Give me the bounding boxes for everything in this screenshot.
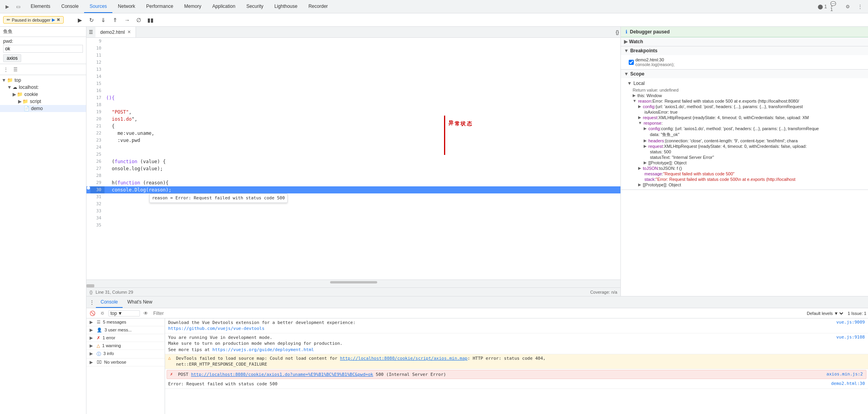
resume-button[interactable]: ▶ bbox=[75, 15, 85, 25]
close-tab-icon[interactable]: ✕ bbox=[127, 29, 131, 35]
file-tree-item-script[interactable]: ▶ 📁 script bbox=[0, 98, 86, 105]
pwd-input[interactable] bbox=[3, 45, 83, 53]
resume-icon[interactable]: ▶ bbox=[52, 17, 55, 22]
pause-on-exception-button[interactable]: ▮▮ bbox=[145, 15, 156, 25]
msg-group-warning[interactable]: ▶ △ 1 warning bbox=[86, 342, 165, 350]
tab-elements[interactable]: Elements bbox=[25, 0, 56, 13]
config-arrow[interactable]: ▶ bbox=[638, 104, 641, 109]
new-file-icon[interactable]: ☰ bbox=[11, 65, 20, 74]
file-tree-item-demo[interactable]: 📄 demo bbox=[0, 105, 86, 112]
response-arrow[interactable]: ▼ bbox=[638, 121, 642, 125]
more-icon[interactable]: ⋮ bbox=[855, 2, 865, 11]
filter-input[interactable] bbox=[152, 311, 804, 316]
toJSON-arrow[interactable]: ▶ bbox=[638, 166, 641, 170]
code-line-34: 34 bbox=[86, 215, 620, 222]
show-messages-icon[interactable]: ⛭ bbox=[98, 309, 107, 318]
resp-headers-arrow[interactable]: ▶ bbox=[644, 138, 647, 143]
levels-select[interactable]: Default levels ▼ bbox=[805, 311, 844, 316]
tab-sources[interactable]: Sources bbox=[84, 0, 112, 13]
axios-button[interactable]: axios bbox=[3, 54, 21, 62]
file-tree-item-top[interactable]: ▼ 📁 top bbox=[0, 77, 86, 84]
msg-group-error[interactable]: ▶ ✗ 1 error bbox=[86, 334, 165, 342]
scope-header[interactable]: ▼ Scope bbox=[621, 70, 868, 78]
deployment-link[interactable]: https://vuejs.org/guide/deployment.html bbox=[213, 347, 314, 352]
resp-config-arrow[interactable]: ▶ bbox=[644, 126, 647, 131]
top-dropdown-arrow[interactable]: ▼ bbox=[118, 311, 123, 316]
file-tree-item-localhost[interactable]: ▼ ☁ localhost: bbox=[0, 84, 86, 91]
proto2-arrow[interactable]: ▶ bbox=[638, 182, 641, 187]
step-into-button[interactable]: ⇓ bbox=[98, 15, 108, 25]
expand-warning[interactable]: ▶ bbox=[90, 343, 94, 348]
sidebar-toggle-icon[interactable]: ☰ bbox=[86, 29, 95, 35]
local-header[interactable]: ▼ Local bbox=[627, 80, 865, 87]
console-tab[interactable]: Console bbox=[96, 296, 123, 308]
log-1-source[interactable]: vue.js:9009 bbox=[836, 320, 865, 325]
msg-group-5[interactable]: ▶ ☰ 5 messages bbox=[86, 318, 165, 326]
tab-application[interactable]: Application bbox=[207, 0, 241, 13]
console-menu-icon[interactable]: ⋮ bbox=[88, 300, 96, 305]
error-msg-icon: ✗ bbox=[170, 372, 176, 377]
file-label-localhost: localhost: bbox=[19, 85, 39, 90]
settings-icon[interactable]: ⚙ bbox=[843, 2, 852, 11]
inspect-icon[interactable]: ▶ bbox=[2, 2, 12, 11]
proto1-arrow[interactable]: ▶ bbox=[644, 160, 647, 165]
tab-security[interactable]: Security bbox=[241, 0, 269, 13]
code-editor[interactable]: 9 10 11 12 13 14 15 16 17(){ 18 19 "POST… bbox=[86, 38, 620, 280]
whats-new-tab[interactable]: What's New bbox=[123, 296, 157, 308]
reason-arrow[interactable]: ▼ bbox=[633, 99, 637, 103]
resp-request-arrow[interactable]: ▶ bbox=[644, 144, 647, 148]
device-icon[interactable]: ▭ bbox=[13, 2, 23, 11]
log-error-source[interactable]: axios.min.js:2 bbox=[826, 372, 863, 377]
msg-group-info[interactable]: ▶ ⓘ 3 info bbox=[86, 350, 165, 359]
request-arrow[interactable]: ▶ bbox=[638, 115, 641, 120]
circle-icon[interactable]: ⬤ 1 bbox=[818, 2, 827, 11]
eye-icon[interactable]: 👁 bbox=[141, 309, 150, 318]
msg-group-user[interactable]: ▶ 👤 3 user mess... bbox=[86, 326, 165, 334]
toJSON-val: toJSON: f () bbox=[659, 166, 682, 171]
breakpoint-checkbox[interactable] bbox=[629, 60, 634, 65]
file-label: top bbox=[15, 77, 21, 83]
log-entry-error[interactable]: ✗ POST http://localhost:8080/cookie/axio… bbox=[167, 370, 866, 379]
step-button[interactable]: → bbox=[122, 15, 132, 25]
code-line-30: 30 console.Dlog(reason); reason = Error:… bbox=[86, 186, 620, 193]
file-tab-demo2[interactable]: demo2.html ✕ bbox=[95, 27, 136, 37]
log-last-source[interactable]: demo2.html:30 bbox=[831, 381, 865, 386]
tab-memory[interactable]: Memory bbox=[179, 0, 207, 13]
log-entry-warning[interactable]: △ DevTools failed to load source map: Co… bbox=[165, 354, 868, 369]
format-icon[interactable]: {} bbox=[616, 29, 619, 35]
tab-recorder[interactable]: Recorder bbox=[303, 0, 333, 13]
msg-group-verbose[interactable]: ▶ ⌧ No verbose bbox=[86, 359, 165, 366]
close-paused-icon[interactable]: ✖ bbox=[57, 17, 60, 22]
tab-lighthouse[interactable]: Lighthouse bbox=[269, 0, 303, 13]
expand-5[interactable]: ▶ bbox=[90, 320, 94, 325]
clear-console-icon[interactable]: 🚫 bbox=[88, 309, 97, 318]
step-over-button[interactable]: ↻ bbox=[86, 15, 97, 25]
expand-info[interactable]: ▶ bbox=[90, 351, 94, 356]
tab-performance[interactable]: Performance bbox=[141, 0, 179, 13]
step-out-button[interactable]: ⇑ bbox=[110, 15, 120, 25]
watch-header[interactable]: ▶ Watch bbox=[621, 37, 868, 46]
collapse-icon[interactable]: ⋮ bbox=[2, 65, 10, 74]
log-entry-1[interactable]: Download the Vue Devtools extension for … bbox=[165, 318, 868, 333]
horizontal-scrollbar[interactable] bbox=[86, 280, 620, 284]
breakpoints-header[interactable]: ▼ Breakpoints bbox=[621, 46, 868, 55]
this-arrow[interactable]: ▶ bbox=[633, 93, 636, 98]
post-link[interactable]: http://localhost:8080/cookie/axios1.do?u… bbox=[191, 372, 373, 377]
right-panel: ℹ Debugger paused ▶ Watch ▼ Breakpoints bbox=[620, 27, 868, 296]
log-2-source[interactable]: vue.js:9108 bbox=[836, 335, 865, 340]
file-tree-item-cookie[interactable]: ▶ 📁 cookie bbox=[0, 91, 86, 98]
format-btn-small[interactable]: {} bbox=[90, 290, 92, 294]
tab-console[interactable]: Console bbox=[56, 0, 84, 13]
msg-info-label: 3 info bbox=[103, 351, 114, 356]
sourcemap-link[interactable]: http://localhost:8080/cookie/script/axio… bbox=[340, 356, 468, 361]
expand-verbose[interactable]: ▶ bbox=[90, 360, 94, 365]
vue-devtools-link[interactable]: https://github.com/vuejs/vue-devtools bbox=[168, 326, 264, 331]
log-entry-2[interactable]: You are running Vue in development mode.… bbox=[165, 333, 868, 354]
expand-user[interactable]: ▶ bbox=[90, 328, 94, 333]
chat-icon[interactable]: 💬 1 bbox=[830, 2, 840, 11]
log-entry-last[interactable]: Error: Request failed with status code 5… bbox=[165, 380, 868, 388]
bottom-scrollbar-thumb[interactable] bbox=[86, 284, 94, 287]
tab-network[interactable]: Network bbox=[112, 0, 141, 13]
expand-error[interactable]: ▶ bbox=[90, 335, 94, 340]
deactivate-button[interactable]: ∅ bbox=[134, 15, 144, 25]
